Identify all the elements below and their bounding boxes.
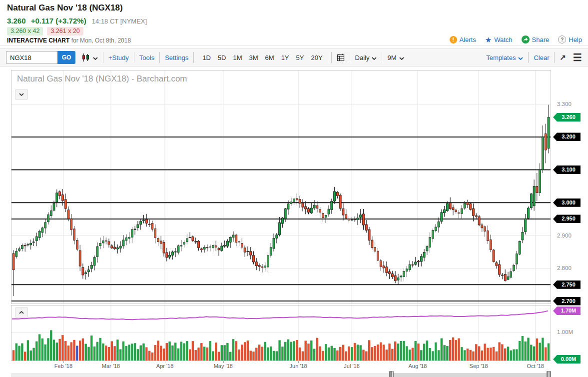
open-interest-badge: 1.70M — [553, 306, 581, 315]
y-axis-tick-label: 2.800 — [557, 264, 572, 272]
x-axis-month-label: Apr '18 — [149, 363, 181, 369]
page-title: Natural Gas Nov '18 (NGX18) — [7, 3, 123, 13]
share-label: Share — [532, 36, 550, 44]
timeframe-1d[interactable]: 1D — [202, 54, 211, 62]
trendline-tool-icon[interactable]: ↗ — [560, 53, 566, 62]
timeframe-5d[interactable]: 5D — [218, 54, 226, 62]
chart-type-dropdown[interactable] — [81, 53, 98, 62]
x-axis-month-label: Sep '18 — [463, 363, 495, 369]
toolbar-separator — [103, 52, 103, 63]
watch-label: Watch — [494, 36, 512, 44]
clear-button[interactable]: Clear — [534, 54, 549, 62]
alerts-link[interactable]: ! Alerts — [450, 36, 476, 44]
bid-ask-row: 3.260 x 42 3.261 x 20 — [7, 27, 83, 36]
symbol-input[interactable] — [6, 51, 57, 64]
toolbar-right-group: Templates Clear ↗ ☰ — [486, 52, 582, 64]
y-axis-tick-label: 2.900 — [557, 232, 572, 239]
chevron-down-icon — [399, 54, 404, 62]
range-dropdown[interactable]: 9M — [387, 54, 404, 62]
candlestick-chart-icon — [81, 53, 90, 62]
chart-watermark: Natural Gas Nov '18 (NGX18) - Barchart.c… — [17, 74, 187, 84]
star-icon: ★ — [485, 36, 492, 44]
toolbar-separator — [350, 52, 350, 63]
templates-label: Templates — [486, 54, 516, 62]
price-change: +0.117 (+3.72%) — [31, 16, 86, 25]
x-axis-month-label: Jun '18 — [282, 363, 314, 369]
range-scrollbar-left-handle[interactable] — [389, 371, 394, 377]
volume-axis-label: 1.00M — [557, 328, 573, 336]
help-icon: ? — [558, 36, 566, 44]
chevron-down-icon — [518, 54, 523, 62]
barchart-interactive-chart-page: Natural Gas Nov '18 (NGX18) 3.260 +0.117… — [0, 0, 588, 377]
toolbar-separator — [554, 52, 555, 63]
share-link[interactable]: Share — [522, 36, 550, 44]
calendar-button[interactable] — [337, 54, 345, 62]
x-axis-month-label: Jul '18 — [336, 363, 368, 369]
toolbar-separator — [528, 52, 529, 63]
help-link[interactable]: ? Help — [558, 36, 582, 44]
chart-area: Natural Gas Nov '18 (NGX18) - Barchart.c… — [11, 70, 588, 377]
go-button[interactable]: GO — [57, 51, 75, 64]
ask-chip: 3.261 x 20 — [47, 27, 83, 36]
watch-link[interactable]: ★ Watch — [485, 36, 513, 44]
x-axis-month-label: Mar '18 — [95, 363, 127, 369]
bid-chip: 3.260 x 42 — [7, 27, 43, 36]
share-icon — [522, 36, 530, 44]
timeframe-6m[interactable]: 6M — [265, 54, 274, 62]
quote-time: 14:18 CT [NYMEX] — [92, 18, 147, 25]
chevron-down-icon — [93, 54, 98, 62]
x-axis-month-label: Oct '18 — [520, 363, 552, 369]
timeframe-20y[interactable]: 20Y — [311, 54, 322, 62]
calendar-icon — [337, 54, 345, 62]
y-axis-line-badge: 3.100 — [553, 166, 581, 174]
timeframe-3m[interactable]: 3M — [249, 54, 258, 62]
y-axis-line-badge: 3.200 — [553, 132, 581, 141]
x-axis-month-label: Feb '18 — [47, 363, 79, 369]
x-axis-month-label: May '18 — [207, 363, 239, 369]
y-axis-tick-label: 3.300 — [557, 100, 572, 108]
main-pane-collapse-button[interactable] — [15, 89, 28, 100]
toolbar-separator — [134, 52, 134, 63]
range-scrollbar-right-handle[interactable] — [547, 371, 551, 377]
lower-pane-collapse-button[interactable] — [15, 307, 28, 318]
timeframe-1y[interactable]: 1Y — [281, 54, 289, 62]
y-axis: 3.3002.9002.8003.2003.1003.0002.9502.750… — [551, 70, 588, 370]
toolbar-separator — [193, 52, 194, 63]
add-study-button[interactable]: +Study — [108, 54, 129, 62]
interactive-chart-label: INTERACTIVE CHART — [7, 37, 69, 44]
timeframe-1m[interactable]: 1M — [233, 54, 242, 62]
header-quick-links: ! Alerts ★ Watch Share ? Help — [450, 36, 583, 44]
page-subtitle: INTERACTIVE CHART for Mon, Oct 8th, 2018 — [7, 37, 131, 44]
tools-button[interactable]: Tools — [139, 54, 154, 62]
frequency-value: Daily — [355, 54, 370, 62]
timeframe-5y[interactable]: 5Y — [296, 54, 304, 62]
x-axis-month-label: Aug '18 — [402, 363, 434, 369]
toolbar-separator — [382, 52, 382, 63]
range-scrollbar-selection[interactable] — [391, 373, 551, 377]
chart-toolbar: GO +Study Tools Settings 1D 5D 1M 3M 6M … — [0, 48, 588, 66]
chart-date: for Mon, Oct 8th, 2018 — [71, 37, 131, 44]
range-value: 9M — [387, 54, 396, 62]
alerts-label: Alerts — [460, 36, 476, 44]
toolbar-separator — [159, 52, 160, 63]
templates-dropdown[interactable]: Templates — [486, 54, 523, 62]
y-axis-line-badge: 2.700 — [553, 297, 581, 306]
frequency-dropdown[interactable]: Daily — [355, 54, 377, 62]
y-axis-line-badge: 2.950 — [553, 214, 581, 223]
y-axis-line-badge: 2.750 — [553, 280, 581, 289]
y-axis-line-badge: 3.000 — [553, 198, 581, 207]
chevron-down-icon — [372, 54, 377, 62]
price-chart-canvas[interactable] — [11, 70, 551, 361]
menu-icon[interactable]: ☰ — [573, 52, 582, 64]
help-label: Help — [569, 36, 582, 44]
last-price: 3.260 — [7, 16, 26, 25]
header-divider — [0, 46, 588, 46]
last-price-badge: 3.260 — [553, 113, 581, 122]
volume-zero-badge: 0.00M — [553, 355, 581, 364]
alerts-icon: ! — [450, 36, 457, 44]
x-axis: Feb '18Mar '18Apr '18May '18Jun '18Jul '… — [11, 361, 551, 371]
settings-button[interactable]: Settings — [165, 54, 188, 62]
quote-row: 3.260 +0.117 (+3.72%) 14:18 CT [NYMEX] — [7, 16, 147, 25]
toolbar-separator — [331, 52, 332, 63]
